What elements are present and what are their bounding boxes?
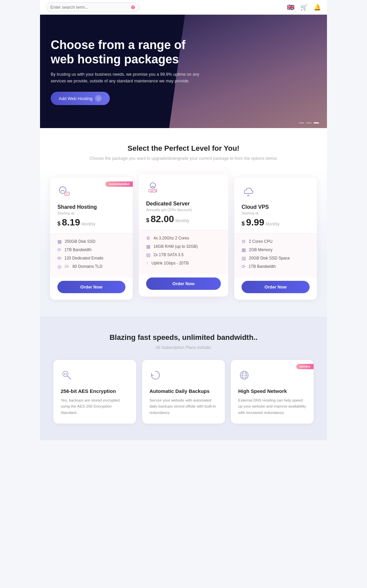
dedicated-feature-2: ▦ 16GB RAM (up to 32GB) <box>146 244 221 249</box>
svg-point-11 <box>64 373 66 375</box>
dedicated-pkg-tag: Annually get (20% discount) <box>146 208 221 212</box>
package-card-dedicated: Dedicated Server Annually get (20% disco… <box>139 174 228 297</box>
dedicated-feature-4: ↑ Uplink 1Gbps - 20TB <box>146 260 221 266</box>
search-input[interactable] <box>50 5 129 10</box>
cloud-vps-icon <box>242 185 310 201</box>
network-icon <box>238 369 306 384</box>
shared-feature-3: ✉ 120 Dedicated Emails <box>57 255 125 261</box>
feature-card-backups: Automatic Daily Backups Secure your webs… <box>142 360 225 424</box>
network-desc: External DNS Hosting can help speed up y… <box>238 397 306 416</box>
dedicated-feature-3-text: 2x 1TB SATA 3.5 <box>153 252 184 257</box>
shared-pkg-tag: Starting at: <box>57 211 125 215</box>
shared-hosting-icon <box>57 185 125 201</box>
shared-order-button[interactable]: Order Now <box>57 281 125 293</box>
network-servers-badge: servers <box>296 364 314 369</box>
features-subtitle: All Subscription Plans include: <box>45 345 322 350</box>
cpu-icon: ⚙ <box>146 235 150 241</box>
shared-price-value: 8.19 <box>62 217 80 228</box>
shared-feature-1: ▦ 250GB Disk SSD <box>57 239 125 244</box>
encryption-desc: Yes, backups are stored encrypted using … <box>61 397 129 416</box>
dedicated-features: ⚙ 4x 3.20Ghz 2 Cores ▦ 16GB RAM (up to 3… <box>139 230 228 274</box>
dedicated-feature-4-text: Uplink 1Gbps - 20TB <box>151 261 189 265</box>
dedicated-feature-2-text: 16GB RAM (up to 32GB) <box>153 244 198 249</box>
dedicated-pkg-price: $ 82.00 Monthly <box>146 214 221 224</box>
hero-button-arrow-icon: › <box>95 95 102 102</box>
vps-memory-icon: ▦ <box>242 247 246 252</box>
features-section: Blazing fast speeds, unlimited bandwidth… <box>40 317 327 440</box>
features-title: Blazing fast speeds, unlimited bandwidth… <box>45 333 322 342</box>
svg-line-10 <box>67 376 71 379</box>
carousel-dot-2[interactable] <box>306 122 312 123</box>
shared-recommended-badge: recommended <box>105 181 133 187</box>
feature-card-encryption: 256-bit AES Encryption Yes, backups are … <box>53 360 136 424</box>
vps-cpu-icon: ⚙ <box>242 239 246 244</box>
shared-currency: $ <box>57 220 60 227</box>
vps-feature-1-text: 2 Cores CPU <box>249 239 273 244</box>
carousel-dot-3[interactable] <box>314 122 319 123</box>
backups-icon <box>149 369 218 384</box>
vps-feature-4-text: 1TB Bandwidth <box>249 264 276 269</box>
vps-feature-3-text: 20GB Disk SSD Space <box>249 256 290 260</box>
cart-icon[interactable]: 🛒 <box>300 4 308 11</box>
search-submit-icon[interactable]: ⊕ <box>131 4 135 10</box>
dedicated-pkg-name: Dedicated Server <box>146 201 221 207</box>
shared-feature-2: ⟳ 1TB Bandwidth <box>57 247 125 252</box>
domain-icon: ◎ <box>57 264 61 269</box>
vps-card-top: Cloud VPS Starting at: $ 9.99 Monthly <box>234 177 317 233</box>
shared-feature-1-text: 250GB Disk SSD <box>65 239 95 244</box>
select-subtitle: Choose the package you want to upgrade/d… <box>48 156 319 161</box>
shared-feature-4-strikethrough: 30 <box>64 264 69 269</box>
vps-feature-3: ▤ 20GB Disk SSD Space <box>242 255 310 261</box>
hero-section: Choose from a range of web hosting packa… <box>40 15 327 128</box>
vps-pkg-price: $ 9.99 Monthly <box>242 217 310 228</box>
dedicated-order-button[interactable]: Order Now <box>146 277 221 290</box>
vps-feature-2-text: 2GB Memory <box>249 247 273 252</box>
language-icon[interactable]: 🇬🇧 <box>287 4 294 11</box>
vps-feature-2: ▦ 2GB Memory <box>242 247 310 252</box>
packages-section: recommended Shared Hosting Starting at: … <box>40 167 327 317</box>
encryption-icon <box>61 369 129 384</box>
disk-icon: ▦ <box>57 239 62 244</box>
package-card-shared: recommended Shared Hosting Starting at: … <box>50 177 133 300</box>
hero-button-label: Add Web Hosting <box>59 96 92 101</box>
dedicated-server-icon <box>146 181 221 197</box>
dedicated-card-top: Dedicated Server Annually get (20% disco… <box>139 174 228 230</box>
vps-price-value: 9.99 <box>246 217 264 228</box>
backups-name: Automatic Daily Backups <box>149 388 218 394</box>
vps-order-button[interactable]: Order Now <box>242 281 310 293</box>
uplink-icon: ↑ <box>146 260 148 266</box>
notification-icon[interactable]: 🔔 <box>314 4 321 11</box>
dedicated-feature-1: ⚙ 4x 3.20Ghz 2 Cores <box>146 235 221 241</box>
hero-carousel-dots <box>299 122 319 123</box>
shared-feature-4: ◎ 30 80 Domains TLD <box>57 264 125 269</box>
email-icon: ✉ <box>57 255 61 261</box>
hero-title: Choose from a range of web hosting packa… <box>51 38 203 66</box>
search-bar[interactable]: ⊕ <box>46 2 139 12</box>
features-grid: 256-bit AES Encryption Yes, backups are … <box>45 360 322 424</box>
feature-card-network: servers High Speed Network External DNS … <box>231 360 314 424</box>
vps-pkg-tag: Starting at: <box>242 211 310 215</box>
encryption-name: 256-bit AES Encryption <box>61 388 129 394</box>
hero-content: Choose from a range of web hosting packa… <box>40 38 214 105</box>
shared-pkg-name: Shared Hosting <box>57 204 125 210</box>
dedicated-price-value: 82.00 <box>150 214 174 224</box>
dedicated-feature-3: ▤ 2x 1TB SATA 3.5 <box>146 252 221 257</box>
vps-feature-1: ⚙ 2 Cores CPU <box>242 239 310 244</box>
shared-feature-3-text: 120 Dedicated Emails <box>64 256 103 260</box>
vps-period: Monthly <box>266 222 280 226</box>
carousel-dot-1[interactable] <box>299 122 304 123</box>
shared-feature-4-text: 80 Domains TLD <box>72 264 102 269</box>
svg-rect-1 <box>65 192 69 195</box>
vps-features: ⚙ 2 Cores CPU ▦ 2GB Memory ▤ 20GB Disk S… <box>234 233 317 277</box>
dedicated-currency: $ <box>146 217 149 224</box>
shared-period: Monthly <box>81 222 95 226</box>
bandwidth-icon: ⟳ <box>57 247 61 252</box>
hero-subtitle: By trusting us with your business needs,… <box>51 71 203 84</box>
add-web-hosting-button[interactable]: Add Web Hosting › <box>51 92 110 105</box>
shared-features: ▦ 250GB Disk SSD ⟳ 1TB Bandwidth ✉ 120 D… <box>50 233 133 277</box>
sata-icon: ▤ <box>146 252 150 257</box>
shared-feature-2-text: 1TB Bandwidth <box>64 247 91 252</box>
packages-grid: recommended Shared Hosting Starting at: … <box>45 177 322 300</box>
shared-pkg-price: $ 8.19 Monthly <box>57 217 125 228</box>
header: ⊕ 🇬🇧 🛒 🔔 <box>40 0 327 15</box>
